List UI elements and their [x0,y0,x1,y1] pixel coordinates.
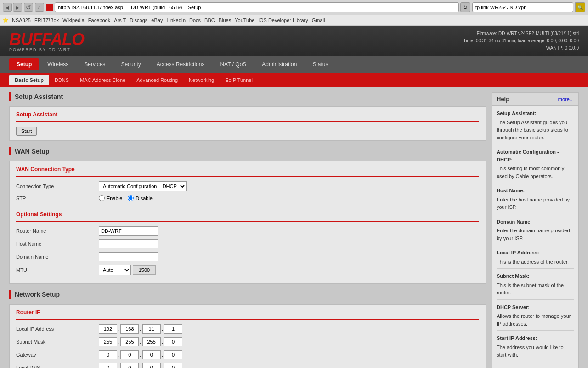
help-panel: Help more... Setup Assistant: The Setup … [492,92,579,368]
mtu-input[interactable] [133,265,156,275]
bookmark-wikipedia[interactable]: Wikipedia [62,17,85,23]
ip-dot-1: . [118,326,119,332]
subnet-4[interactable] [164,337,182,346]
gateway-row: Gateway . . . [16,350,479,359]
nav-security[interactable]: Security [113,58,148,70]
wan-setup-box: WAN Connection Type Connection Type Auto… [9,161,486,284]
local-ip-1[interactable] [99,324,117,334]
bookmark-fritzbox[interactable]: FRITZ!Box [34,17,59,23]
network-setup-header: Network Setup [9,290,486,299]
ip-dot-3: . [162,326,163,332]
subnav-advanced-routing[interactable]: Advanced Routing [131,75,183,85]
stp-enable-text: Enable [107,196,122,201]
address-bar[interactable] [55,2,459,12]
refresh-button[interactable]: ↺ [24,3,33,12]
connection-type-select[interactable]: Automatic Configuration – DHCP [99,181,187,191]
help-divider-2 [497,214,574,214]
nav-status[interactable]: Status [305,58,335,70]
home-button[interactable]: ⌂ [35,3,44,12]
domain-name-input[interactable] [99,252,158,261]
firmware-info: Firmware: DD-WRT v24SP2-MULTI (03/21/11)… [464,30,579,52]
bookmark-linkedin[interactable]: LinkedIn [166,17,186,23]
wan-setup-title: WAN Setup [15,148,49,155]
local-ip-fields: . . . [99,324,182,334]
bookmark-facebook[interactable]: Facebook [88,17,110,23]
reload-button[interactable]: ↻ [460,2,470,12]
gateway-1[interactable] [99,350,117,359]
subnet-2[interactable] [120,337,139,346]
router-name-input[interactable] [99,226,158,236]
bookmark-arst[interactable]: Ars T [114,17,126,23]
bookmark-nsa325[interactable]: NSA325 [12,17,31,23]
start-button[interactable]: Start [16,126,37,136]
bookmark-youtube[interactable]: YouTube [235,17,254,23]
connection-type-row: Connection Type Automatic Configuration … [16,181,479,191]
subnav-ddns[interactable]: DDNS [49,75,74,85]
stp-disable-radio[interactable] [128,195,134,201]
local-dns-4[interactable] [164,363,182,368]
bookmark-ebay[interactable]: eBay [151,17,163,23]
domain-name-row: Domain Name [16,252,479,261]
subnav-basic-setup[interactable]: Basic Setup [9,75,49,85]
nav-setup[interactable]: Setup [9,58,39,70]
local-ip-label: Local IP Address [16,326,99,332]
subnav-networking[interactable]: Networking [183,75,220,85]
gateway-4[interactable] [164,350,182,359]
nav-nat-qos[interactable]: NAT / QoS [213,58,254,70]
subnet-dot-3: . [162,339,163,345]
local-ip-3[interactable] [142,324,161,334]
router-name-row: Router Name [16,226,479,236]
local-ip-2[interactable] [120,324,139,334]
local-dns-1[interactable] [99,363,117,368]
subnet-3[interactable] [142,337,161,346]
bookmark-docs[interactable]: Docs [189,17,201,23]
bookmark-blues[interactable]: Blues [219,17,232,23]
help-text-2: Enter the host name provided by your ISP… [497,196,574,211]
help-text-5: This is the subnet mask of the router. [497,282,574,297]
stp-enable-label[interactable]: Enable [99,195,122,201]
search-input[interactable] [472,2,573,12]
main-content: Setup Assistant Setup Assistant Start WA… [9,92,486,368]
bookmark-discogs[interactable]: Discogs [130,17,147,23]
stp-disable-label[interactable]: Disable [128,195,153,201]
nav-access-restrictions[interactable]: Access Restrictions [149,58,212,70]
nav-wireless[interactable]: Wireless [40,58,76,70]
help-section-title-5: Subnet Mask: [497,272,574,280]
browser-toolbar: ◀ ▶ ↺ ⌂ ↻ 🔍 [0,0,588,15]
back-button[interactable]: ◀ [3,3,12,12]
local-ip-4[interactable] [164,324,182,334]
local-dns-3[interactable] [142,363,161,368]
bookmark-ios[interactable]: iOS Developer Library [258,17,308,23]
local-dns-2[interactable] [120,363,139,368]
buffalo-logo: BUFFALO [9,30,84,49]
subnav-eoip-tunnel[interactable]: EoIP Tunnel [220,75,258,85]
optional-divider [16,221,479,222]
host-name-control [99,239,158,248]
forward-button[interactable]: ▶ [13,3,22,12]
nav-administration[interactable]: Administration [254,58,304,70]
subnet-1[interactable] [99,337,117,346]
bookmark-gmail[interactable]: Gmail [312,17,325,23]
stp-enable-radio[interactable] [99,195,105,201]
network-setup-title: Network Setup [15,291,60,298]
gateway-2[interactable] [120,350,139,359]
firmware-line2: Time: 00:31:34 up 31 min, load average: … [464,37,579,45]
help-section-title-2: Host Name: [497,187,574,195]
nav-services[interactable]: Services [77,58,113,70]
gateway-3[interactable] [142,350,161,359]
gateway-label: Gateway [16,352,99,357]
search-icon[interactable]: 🔍 [575,2,585,12]
wan-setup-header: WAN Setup [9,147,486,155]
bookmark-bbc[interactable]: BBC [204,17,215,23]
mtu-label: MTU [16,267,99,273]
host-name-input[interactable] [99,239,158,248]
ip-dot-2: . [140,326,141,332]
logo-area: BUFFALO POWERED BY DD-WRT [9,30,84,52]
subnet-fields: . . . [99,337,182,346]
help-more-link[interactable]: more... [558,97,574,102]
subnav-mac-address-clone[interactable]: MAC Address Clone [74,75,131,85]
mtu-select[interactable]: Auto [99,265,131,275]
help-text-4: This is the address of the router. [497,258,574,266]
help-section-title-6: DHCP Server: [497,304,574,311]
help-section-title-4: Local IP Address: [497,249,574,257]
